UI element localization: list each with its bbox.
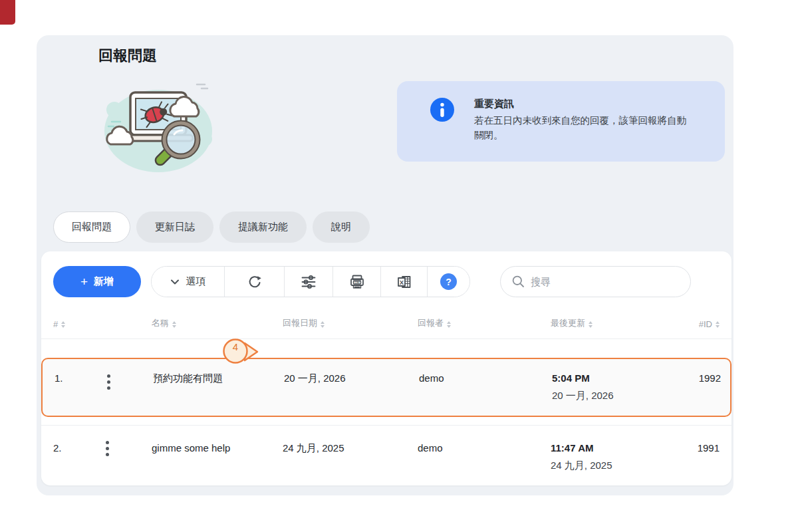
tab-changelog[interactable]: 更新日誌 bbox=[136, 211, 213, 243]
annotation-badge-4: 4 bbox=[219, 335, 259, 368]
cell-reporter: demo bbox=[418, 426, 551, 485]
column-header-report-date[interactable]: 回報日期 bbox=[283, 317, 418, 329]
info-box-body: 若在五日內未收到來自您的回覆，該筆回報將自動關閉。 bbox=[474, 114, 695, 143]
last-update-time: 5:04 PM bbox=[552, 372, 672, 384]
kebab-menu-icon[interactable] bbox=[96, 426, 152, 485]
kebab-menu-icon[interactable] bbox=[97, 359, 153, 416]
info-text: 重要資訊 若在五日內未收到來自您的回覆，該筆回報將自動關閉。 bbox=[474, 98, 695, 143]
toolbar: + 新增 選項 bbox=[53, 266, 691, 297]
column-header-reporter[interactable]: 回報者 bbox=[418, 317, 551, 329]
column-header-index[interactable]: # bbox=[53, 317, 96, 329]
sort-icon bbox=[61, 321, 65, 329]
last-update-time: 11:47 AM bbox=[551, 442, 670, 454]
help-icon: ? bbox=[440, 273, 457, 290]
page-title: 回報問題 bbox=[98, 46, 157, 66]
toolbar-button-group: 選項 bbox=[151, 266, 470, 297]
filter-sliders-icon bbox=[301, 274, 317, 290]
export-excel-icon: X bbox=[396, 274, 412, 290]
filter-button[interactable] bbox=[285, 267, 333, 297]
info-box-title: 重要資訊 bbox=[474, 98, 695, 110]
sort-icon bbox=[321, 321, 325, 329]
cell-reporter: demo bbox=[419, 359, 552, 416]
add-button-label: 新增 bbox=[94, 275, 114, 288]
chevron-down-icon bbox=[170, 279, 180, 285]
cell-name[interactable]: 預約功能有問題 bbox=[153, 359, 284, 416]
table-body: 1. 預約功能有問題 20 一月, 2026 demo 5:04 PM 20 一… bbox=[41, 348, 732, 485]
column-header-last-update[interactable]: 最後更新 bbox=[551, 317, 670, 329]
column-header-id[interactable]: #ID bbox=[670, 317, 720, 329]
column-header-actions bbox=[96, 317, 152, 329]
table-row-2[interactable]: 2. gimme some help 24 九月, 2025 demo 11:4… bbox=[41, 425, 732, 485]
sort-icon bbox=[716, 321, 720, 329]
table-row-1[interactable]: 1. 預約功能有問題 20 一月, 2026 demo 5:04 PM 20 一… bbox=[41, 358, 732, 417]
tab-suggest-feature[interactable]: 提議新功能 bbox=[219, 211, 307, 243]
add-button[interactable]: + 新增 bbox=[53, 266, 141, 297]
cell-index: 1. bbox=[55, 359, 97, 416]
export-excel-button[interactable]: X bbox=[381, 267, 428, 297]
cell-id: 1991 bbox=[670, 426, 720, 485]
bug-report-illustration bbox=[100, 75, 214, 180]
search-box[interactable] bbox=[500, 266, 691, 297]
cell-id: 1992 bbox=[672, 359, 721, 416]
last-update-date: 20 一月, 2026 bbox=[552, 390, 672, 402]
column-header-name[interactable]: 名稱 bbox=[152, 317, 283, 329]
svg-text:CSV: CSV bbox=[354, 281, 360, 284]
refresh-button[interactable] bbox=[225, 267, 285, 297]
svg-text:X: X bbox=[399, 278, 404, 285]
refresh-icon bbox=[247, 274, 263, 290]
page: 回報問題 bbox=[0, 0, 798, 532]
info-box: 重要資訊 若在五日內未收到來自您的回覆，該筆回報將自動關閉。 bbox=[397, 81, 725, 162]
last-update-date: 24 九月, 2025 bbox=[551, 460, 670, 472]
cell-last-update: 5:04 PM 20 一月, 2026 bbox=[552, 359, 672, 416]
sort-icon bbox=[589, 321, 593, 329]
table-panel: + 新增 選項 bbox=[41, 251, 732, 485]
options-button-label: 選項 bbox=[186, 275, 206, 288]
tab-help[interactable]: 說明 bbox=[313, 211, 370, 243]
cell-last-update: 11:47 AM 24 九月, 2025 bbox=[551, 426, 670, 485]
export-csv-icon: CSV bbox=[349, 274, 365, 290]
tab-report-issue[interactable]: 回報問題 bbox=[53, 211, 130, 243]
annotation-badge-number: 4 bbox=[225, 341, 245, 352]
info-icon bbox=[430, 98, 454, 122]
cell-index: 2. bbox=[53, 426, 96, 485]
sort-icon bbox=[447, 321, 451, 329]
help-button[interactable]: ? bbox=[428, 267, 469, 297]
tab-bar: 回報問題 更新日誌 提議新功能 說明 bbox=[53, 211, 370, 243]
options-button[interactable]: 選項 bbox=[152, 267, 225, 297]
table-header: # 名稱 回報日期 回報者 最後更新 bbox=[41, 317, 732, 339]
cell-name[interactable]: gimme some help bbox=[152, 426, 283, 485]
export-csv-button[interactable]: CSV bbox=[333, 267, 381, 297]
search-input[interactable] bbox=[531, 276, 677, 287]
sort-icon bbox=[172, 321, 176, 329]
report-issue-card: 回報問題 bbox=[37, 35, 733, 495]
cell-report-date: 24 九月, 2025 bbox=[283, 426, 418, 485]
cell-report-date: 20 一月, 2026 bbox=[284, 359, 419, 416]
plus-icon: + bbox=[80, 275, 88, 288]
screen-edge-red-element bbox=[0, 0, 15, 25]
search-icon bbox=[512, 275, 525, 288]
